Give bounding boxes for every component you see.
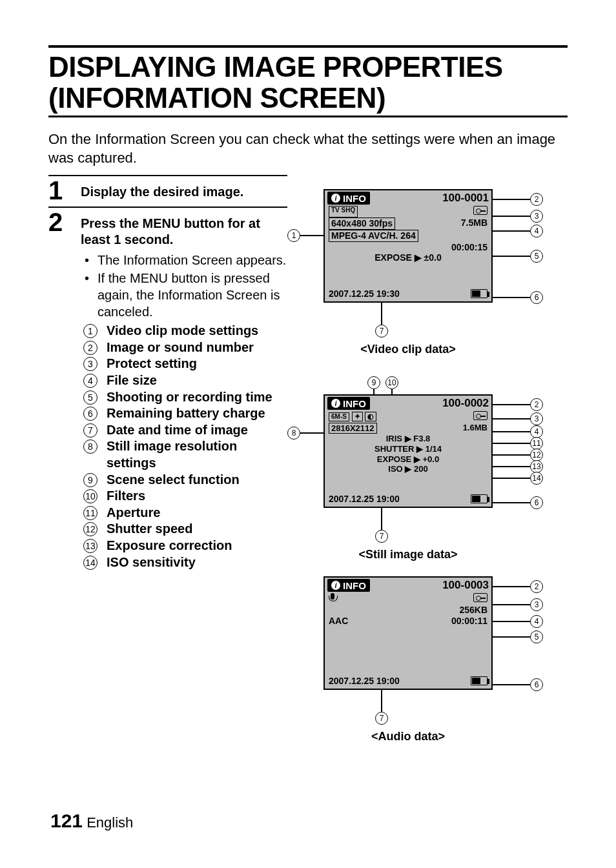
step-2-heading: Press the MENU button for at least 1 sec… xyxy=(81,216,287,248)
legend-num: 6 xyxy=(83,407,98,421)
file-size: 7.5MB xyxy=(461,217,488,230)
step-1-number: 1 xyxy=(48,176,63,205)
legend-item: 14ISO sensitivity xyxy=(81,554,287,571)
info-badge: iINFO xyxy=(327,192,370,205)
page-title: DISPLAYING IMAGE PROPERTIES (INFORMATION… xyxy=(48,45,568,117)
datetime: 2007.12.25 19:00 xyxy=(329,676,400,686)
protect-icon xyxy=(473,593,488,602)
legend-num: 1 xyxy=(83,324,98,338)
legend-item: 5Shooting or recording time xyxy=(81,389,287,406)
legend-num: 4 xyxy=(83,374,98,388)
step-1-heading: Display the desired image. xyxy=(81,184,287,200)
info-icon: i xyxy=(331,581,340,590)
caption-still: <Still image data> xyxy=(323,548,493,561)
title-line1: DISPLAYING IMAGE PROPERTIES xyxy=(48,51,503,83)
image-number: 100-0003 xyxy=(442,579,489,592)
protect-icon xyxy=(473,206,488,215)
battery-icon xyxy=(471,494,488,503)
image-number: 100-0002 xyxy=(442,397,489,410)
audio-codec: AAC xyxy=(329,616,348,627)
page-language: English xyxy=(87,814,133,831)
legend-item: 13Exposure correction xyxy=(81,538,287,554)
legend-list: 1Video clip mode settings 2Image or soun… xyxy=(81,323,287,570)
step-2: 2 Press the MENU button for at least 1 s… xyxy=(48,207,287,570)
expose-label: EXPOSE xyxy=(377,454,411,464)
file-size: 1.6MB xyxy=(463,423,488,434)
filter-icon: ◐ xyxy=(365,412,376,421)
diagram-audio: iINFO 100-0003 256KB AAC00:00:11 2007.12… xyxy=(287,576,565,757)
legend-item: 12Shutter speed xyxy=(81,521,287,538)
info-icon: i xyxy=(331,194,340,203)
caption-audio: <Audio data> xyxy=(323,730,493,743)
legend-item: 8Still image resolution settings xyxy=(81,438,287,471)
legend-item: 10Filters xyxy=(81,488,287,505)
legend-num: 13 xyxy=(83,539,98,553)
legend-num: 2 xyxy=(83,341,98,355)
shutter-value: 1/14 xyxy=(426,444,442,454)
legend-num: 14 xyxy=(83,556,98,570)
step-2-bullets: The Information Screen appears. If the M… xyxy=(81,252,287,320)
iso-label: ISO xyxy=(388,464,402,474)
legend-item: 11Aperture xyxy=(81,505,287,521)
legend-item: 9Scene select function xyxy=(81,472,287,489)
datetime: 2007.12.25 19:00 xyxy=(329,494,400,504)
diagram-still: 9 10 iINFO 100-0002 6M-S ✦ ◐ xyxy=(287,376,565,570)
diagram-video: iINFO 100-0001 TV SHQ 640x480 30fps7.5MB… xyxy=(287,189,565,370)
intro-text: On the Information Screen you can check … xyxy=(48,130,568,167)
legend-num: 9 xyxy=(83,473,98,487)
step-2-number: 2 xyxy=(48,208,63,237)
page-number: 121 xyxy=(50,810,83,831)
bullet-item: If the MENU button is pressed again, the… xyxy=(81,270,287,320)
mode-badge: TV SHQ xyxy=(329,206,358,217)
legend-item: 1Video clip mode settings xyxy=(81,323,287,339)
info-badge: iINFO xyxy=(327,579,370,592)
legend-item: 2Image or sound number xyxy=(81,339,287,356)
file-size: 256KB xyxy=(459,605,488,616)
microphone-icon xyxy=(329,593,336,603)
shutter-label: SHUTTER xyxy=(375,444,414,454)
legend-num: 5 xyxy=(83,390,98,405)
legend-num: 3 xyxy=(83,357,98,371)
scene-select-icon: ✦ xyxy=(352,412,363,421)
legend-item: 3Protect setting xyxy=(81,356,287,372)
expose-label: EXPOSE xyxy=(375,252,412,263)
video-codec: MPEG-4 AVC/H. 264 xyxy=(329,230,418,242)
title-line2: (INFORMATION SCREEN) xyxy=(48,82,385,114)
expose-value: ±0.0 xyxy=(424,252,442,263)
bullet-item: The Information Screen appears. xyxy=(81,252,287,268)
iso-value: 200 xyxy=(414,464,428,474)
iris-value: F3.8 xyxy=(413,434,430,443)
info-icon: i xyxy=(331,399,340,408)
battery-icon xyxy=(471,676,488,685)
legend-num: 10 xyxy=(83,489,98,503)
still-resolution: 2816X2112 xyxy=(329,423,377,434)
video-resolution: 640x480 30fps xyxy=(329,217,395,230)
legend-item: 6Remaining battery charge xyxy=(81,405,287,422)
res-badge: 6M-S xyxy=(329,412,349,421)
legend-num: 7 xyxy=(83,423,98,438)
expose-value: +0.0 xyxy=(423,454,440,464)
page-footer: 121 English xyxy=(50,810,133,832)
legend-item: 4File size xyxy=(81,372,287,389)
legend-num: 11 xyxy=(83,506,98,520)
caption-video: <Video clip data> xyxy=(323,343,493,356)
recording-time: 00:00:11 xyxy=(451,616,488,627)
recording-time: 00:00:15 xyxy=(451,242,488,253)
info-badge: iINFO xyxy=(327,397,370,410)
step-1: 1 Display the desired image. xyxy=(48,175,287,200)
info-screen-audio: iINFO 100-0003 256KB AAC00:00:11 2007.12… xyxy=(323,576,493,690)
legend-num: 12 xyxy=(83,522,98,536)
legend-item: 7Date and time of image xyxy=(81,422,287,439)
info-screen-video: iINFO 100-0001 TV SHQ 640x480 30fps7.5MB… xyxy=(323,189,493,303)
datetime: 2007.12.25 19:30 xyxy=(329,288,400,299)
battery-icon xyxy=(471,289,488,298)
image-number: 100-0001 xyxy=(442,192,489,205)
left-column: 1 Display the desired image. 2 Press the… xyxy=(48,175,287,577)
legend-num: 8 xyxy=(83,439,98,454)
iris-label: IRIS xyxy=(386,434,402,443)
info-screen-still: iINFO 100-0002 6M-S ✦ ◐ 2816X21121.6MB I… xyxy=(323,394,493,508)
protect-icon xyxy=(473,411,488,420)
right-column: iINFO 100-0001 TV SHQ 640x480 30fps7.5MB… xyxy=(287,189,565,763)
